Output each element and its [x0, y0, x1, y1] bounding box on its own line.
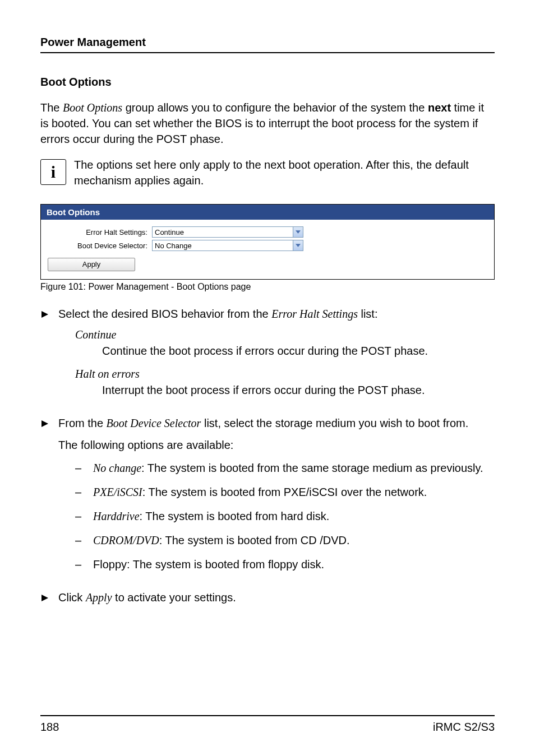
- text: Select the desired BIOS behavior from th…: [58, 308, 271, 320]
- triangle-bullet-icon: [40, 590, 50, 605]
- text: From the: [58, 417, 107, 429]
- definition-term: Continue: [75, 327, 495, 342]
- page-number: 188: [40, 721, 59, 734]
- text-italic: Boot Device Selector: [107, 417, 201, 429]
- running-header: Power Management: [40, 36, 495, 53]
- text-italic: CDROM/DVD: [93, 534, 159, 546]
- text-italic: PXE/iSCSI: [93, 486, 142, 498]
- triangle-bullet-icon: [40, 307, 50, 408]
- svg-marker-2: [41, 311, 48, 318]
- dropdown-value: No Change: [153, 242, 293, 250]
- intro-paragraph: The Boot Options group allows you to con…: [40, 100, 495, 147]
- text: : The system is booted from CD /DVD.: [159, 534, 350, 546]
- text: : The system is booted from the same sto…: [141, 462, 483, 474]
- list-item: – Floppy: The system is booted from flop…: [75, 557, 495, 572]
- list-item: Select the desired BIOS behavior from th…: [40, 307, 495, 408]
- dash-bullet: –: [75, 485, 83, 500]
- definition-description: Continue the boot process if errors occu…: [102, 344, 495, 359]
- svg-marker-4: [41, 595, 48, 601]
- doc-id: iRMC S2/S3: [433, 721, 495, 734]
- triangle-bullet-icon: [40, 416, 50, 582]
- list-item: – CDROM/DVD: The system is booted from C…: [75, 533, 495, 548]
- text-italic: No change: [93, 462, 141, 474]
- svg-marker-1: [296, 244, 301, 247]
- svg-marker-3: [41, 420, 48, 427]
- list-item: – PXE/iSCSI: The system is booted from P…: [75, 485, 495, 500]
- options-list: – No change: The system is booted from t…: [75, 461, 495, 572]
- definition-description: Interrupt the boot process if errors occ…: [102, 383, 495, 398]
- figure-title-bar: Boot Options: [41, 205, 494, 220]
- text-italic: Harddrive: [93, 510, 140, 522]
- info-icon: [40, 159, 66, 185]
- chevron-down-icon[interactable]: [293, 240, 303, 251]
- text-italic: Apply: [86, 591, 112, 604]
- text: list, select the storage medium you wish…: [201, 417, 468, 429]
- list-item: From the Boot Device Selector list, sele…: [40, 416, 495, 582]
- boot-device-dropdown[interactable]: No Change: [152, 240, 303, 251]
- error-halt-dropdown[interactable]: Continue: [152, 226, 303, 238]
- apply-button[interactable]: Apply: [48, 258, 135, 271]
- dash-bullet: –: [75, 533, 83, 548]
- figure-body: Error Halt Settings: Continue Boot Devic…: [41, 220, 494, 279]
- text: group allows you to configure the behavi…: [122, 101, 428, 114]
- definition-list: Continue Continue the boot process if er…: [75, 327, 495, 398]
- dropdown-value: Continue: [153, 228, 293, 236]
- text: Click: [58, 591, 86, 604]
- definition-term: Halt on errors: [75, 367, 495, 382]
- options-intro: The following options are available:: [58, 438, 495, 453]
- text: : The system is booted from PXE/iSCSI ov…: [142, 486, 427, 498]
- form-row: Error Halt Settings: Continue: [48, 226, 487, 238]
- form-row: Boot Device Selector: No Change: [48, 240, 487, 251]
- form-label: Error Halt Settings:: [48, 228, 152, 236]
- page-footer: 188 iRMC S2/S3: [40, 715, 495, 734]
- procedure-list: Select the desired BIOS behavior from th…: [40, 307, 495, 605]
- text: to activate your settings.: [112, 591, 236, 604]
- chevron-down-icon[interactable]: [293, 227, 303, 237]
- dash-bullet: –: [75, 557, 83, 572]
- section-heading: Boot Options: [40, 76, 495, 89]
- info-text: The options set here only apply to the n…: [74, 157, 495, 188]
- list-item: – No change: The system is booted from t…: [75, 461, 495, 476]
- info-note: The options set here only apply to the n…: [40, 157, 495, 188]
- svg-marker-0: [296, 230, 301, 233]
- form-label: Boot Device Selector:: [48, 242, 152, 250]
- dash-bullet: –: [75, 509, 83, 524]
- text: : The system is booted from hard disk.: [140, 510, 330, 522]
- figure-caption: Figure 101: Power Management - Boot Opti…: [40, 282, 495, 292]
- text-bold: next: [428, 101, 451, 114]
- text-italic: Boot Options: [63, 101, 122, 114]
- figure-screenshot: Boot Options Error Halt Settings: Contin…: [40, 204, 495, 280]
- text: Floppy: The system is booted from floppy…: [93, 557, 495, 572]
- list-item: – Harddrive: The system is booted from h…: [75, 509, 495, 524]
- dash-bullet: –: [75, 461, 83, 476]
- list-item: Click Apply to activate your settings.: [40, 590, 495, 605]
- text-italic: Error Halt Settings: [271, 308, 358, 320]
- text: The: [40, 101, 63, 114]
- text: list:: [358, 308, 378, 320]
